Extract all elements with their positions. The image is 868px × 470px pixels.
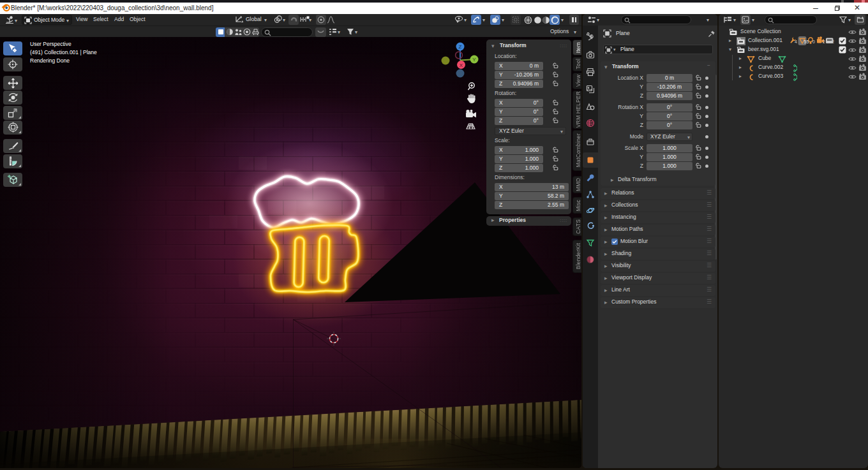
svg-text:Z: Z (459, 44, 462, 50)
svg-text:Y: Y (472, 57, 476, 62)
svg-text:X: X (460, 62, 463, 68)
